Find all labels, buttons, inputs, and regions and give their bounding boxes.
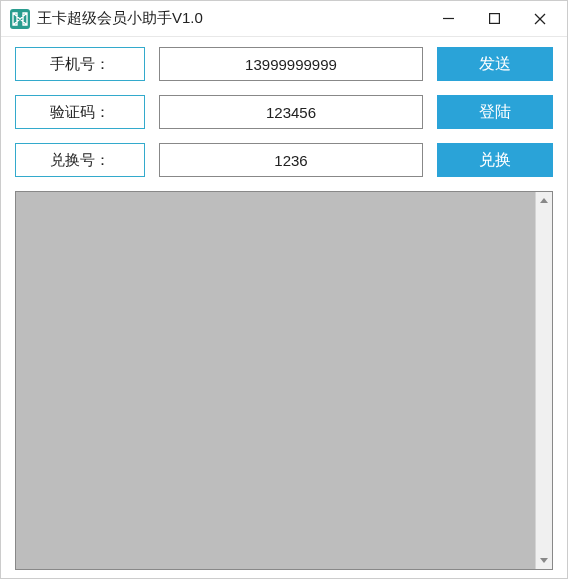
redeem-input[interactable] [159, 143, 423, 177]
minimize-button[interactable] [425, 4, 471, 34]
vertical-scrollbar[interactable] [535, 192, 552, 569]
window-title: 王卡超级会员小助手V1.0 [37, 9, 425, 28]
phone-label: 手机号： [15, 47, 145, 81]
code-input[interactable] [159, 95, 423, 129]
app-icon [9, 8, 31, 30]
content-area: 手机号： 发送 验证码： 登陆 兑换号： 兑换 [1, 37, 567, 578]
send-button[interactable]: 发送 [437, 47, 553, 81]
titlebar: 王卡超级会员小助手V1.0 [1, 1, 567, 37]
log-textarea[interactable] [16, 192, 535, 569]
maximize-button[interactable] [471, 4, 517, 34]
login-button[interactable]: 登陆 [437, 95, 553, 129]
scroll-up-arrow-icon[interactable] [536, 192, 552, 209]
phone-row: 手机号： 发送 [15, 47, 553, 81]
svg-rect-2 [489, 14, 499, 24]
app-window: 王卡超级会员小助手V1.0 手机号： 发送 验证码： 登陆 兑换号： [0, 0, 568, 579]
code-label: 验证码： [15, 95, 145, 129]
redeem-button[interactable]: 兑换 [437, 143, 553, 177]
log-panel [15, 191, 553, 570]
close-button[interactable] [517, 4, 563, 34]
redeem-row: 兑换号： 兑换 [15, 143, 553, 177]
code-row: 验证码： 登陆 [15, 95, 553, 129]
window-controls [425, 4, 563, 34]
phone-input[interactable] [159, 47, 423, 81]
redeem-label: 兑换号： [15, 143, 145, 177]
scroll-down-arrow-icon[interactable] [536, 552, 552, 569]
